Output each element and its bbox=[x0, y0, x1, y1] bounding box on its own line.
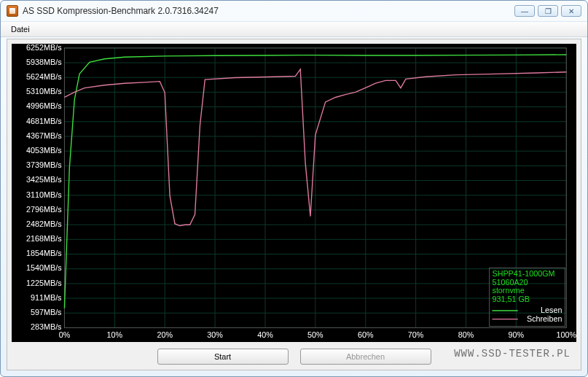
svg-text:30%: 30% bbox=[207, 330, 223, 339]
svg-text:Lesen: Lesen bbox=[541, 306, 562, 314]
window-title: AS SSD Kompression-Benchmark 2.0.7316.34… bbox=[23, 6, 514, 16]
menubar: Datei bbox=[1, 21, 587, 37]
chart-container: 6252MB/s5938MB/s5624MB/s5310MB/s4996MB/s… bbox=[12, 44, 576, 342]
titlebar[interactable]: AS SSD Kompression-Benchmark 2.0.7316.34… bbox=[1, 1, 587, 21]
svg-text:70%: 70% bbox=[408, 330, 424, 339]
chart-svg: 6252MB/s5938MB/s5624MB/s5310MB/s4996MB/s… bbox=[12, 44, 576, 342]
svg-text:0%: 0% bbox=[59, 330, 71, 339]
svg-text:40%: 40% bbox=[257, 330, 273, 339]
svg-text:4681MB/s: 4681MB/s bbox=[26, 117, 61, 125]
svg-text:3739MB/s: 3739MB/s bbox=[26, 160, 61, 169]
svg-text:90%: 90% bbox=[509, 330, 525, 339]
svg-text:5938MB/s: 5938MB/s bbox=[26, 58, 61, 66]
svg-text:2482MB/s: 2482MB/s bbox=[26, 219, 61, 228]
maximize-button[interactable]: ❐ bbox=[538, 5, 558, 17]
svg-text:3110MB/s: 3110MB/s bbox=[26, 190, 61, 199]
svg-text:60%: 60% bbox=[358, 330, 374, 339]
svg-text:20%: 20% bbox=[157, 330, 173, 339]
svg-text:4053MB/s: 4053MB/s bbox=[26, 146, 61, 155]
svg-text:5310MB/s: 5310MB/s bbox=[26, 87, 61, 96]
svg-text:1225MB/s: 1225MB/s bbox=[26, 279, 61, 287]
start-button[interactable]: Start bbox=[157, 349, 289, 365]
app-window: AS SSD Kompression-Benchmark 2.0.7316.34… bbox=[0, 0, 588, 377]
svg-text:50%: 50% bbox=[307, 330, 324, 339]
svg-text:SHPP41-1000GM: SHPP41-1000GM bbox=[493, 269, 555, 278]
svg-text:2168MB/s: 2168MB/s bbox=[26, 234, 61, 243]
svg-text:931,51 GB: 931,51 GB bbox=[493, 295, 530, 303]
menu-datei[interactable]: Datei bbox=[5, 23, 36, 35]
svg-text:1854MB/s: 1854MB/s bbox=[26, 249, 61, 257]
close-button[interactable]: ✕ bbox=[561, 5, 581, 17]
svg-text:10%: 10% bbox=[107, 330, 123, 339]
svg-text:Schreiben: Schreiben bbox=[527, 314, 562, 323]
svg-text:911MB/s: 911MB/s bbox=[31, 293, 61, 302]
svg-text:100%: 100% bbox=[557, 330, 576, 339]
svg-text:stornvme: stornvme bbox=[493, 286, 525, 295]
svg-text:2796MB/s: 2796MB/s bbox=[26, 205, 61, 214]
svg-text:4996MB/s: 4996MB/s bbox=[26, 101, 61, 110]
watermark: www.ssd-tester.pl bbox=[454, 348, 571, 359]
svg-text:6252MB/s: 6252MB/s bbox=[26, 44, 61, 52]
minimize-button[interactable]: — bbox=[514, 5, 535, 17]
svg-text:283MB/s: 283MB/s bbox=[31, 322, 61, 331]
client-area: 6252MB/s5938MB/s5624MB/s5310MB/s4996MB/s… bbox=[7, 39, 581, 370]
svg-text:597MB/s: 597MB/s bbox=[31, 308, 61, 316]
svg-text:51060A20: 51060A20 bbox=[493, 278, 528, 287]
app-icon bbox=[7, 5, 18, 17]
svg-text:5624MB/s: 5624MB/s bbox=[26, 72, 61, 81]
svg-text:1540MB/s: 1540MB/s bbox=[26, 264, 61, 273]
svg-text:4367MB/s: 4367MB/s bbox=[26, 131, 61, 140]
abort-button[interactable]: Abbrechen bbox=[300, 349, 431, 365]
window-controls: — ❐ ✕ bbox=[514, 5, 584, 17]
svg-text:3425MB/s: 3425MB/s bbox=[26, 175, 61, 184]
svg-text:80%: 80% bbox=[458, 330, 474, 339]
